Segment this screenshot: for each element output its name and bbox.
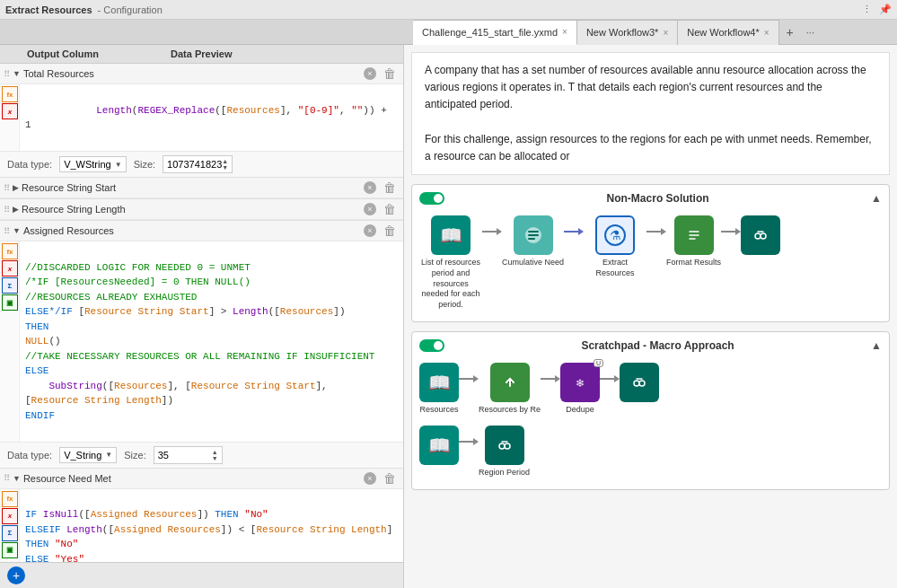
formula-text-assigned[interactable]: //DISCARDED LOGIC FOR NEEDED 0 = UNMET /… [20, 241, 403, 442]
row-name-start: Resource String Start [22, 182, 364, 193]
more-icon[interactable]: ⋮ [862, 4, 872, 15]
icons-col-assigned: fx x Σ ▣ [0, 241, 20, 442]
icon-fx-assigned[interactable]: fx [2, 243, 18, 259]
datatype-select-assigned[interactable]: V_String ▼ [59, 447, 117, 463]
node-label-resources-by: Resources by Re [479, 405, 541, 416]
size-label-total: Size: [134, 159, 155, 170]
datatype-select-total[interactable]: V_WString ▼ [59, 156, 127, 172]
node-icon-extract[interactable]: ⚗ [595, 215, 635, 255]
formula-text-need-met[interactable]: IF IsNull([Assigned Resources]) THEN "No… [20, 489, 403, 563]
clear-total-btn[interactable]: × [364, 67, 376, 80]
tab-workflow4-close[interactable]: × [764, 28, 769, 38]
node-icon-resources-by[interactable] [490, 363, 530, 402]
delete-start-btn[interactable]: 🗑 [380, 180, 400, 195]
expand-start[interactable]: ▶ [13, 183, 19, 192]
workflow-box-1: Non-Macro Solution ▲ 📖 List of resources… [411, 184, 890, 321]
delete-need-met-btn[interactable]: 🗑 [380, 471, 400, 486]
expand-need-met[interactable]: ▼ [13, 474, 21, 483]
tab-challenge-label: Challenge_415_start_file.yxmd [422, 27, 558, 38]
tab-workflow4[interactable]: New Workflow4* × [678, 20, 778, 45]
workflow-title-1: Non-Macro Solution [450, 192, 866, 205]
clear-start-btn[interactable]: × [364, 181, 376, 194]
dedupe-badge: U [594, 359, 603, 367]
expand-assigned[interactable]: ▼ [13, 226, 21, 235]
panel-title: Extract Resources [5, 4, 92, 15]
connector-r1-1-2 [459, 375, 479, 382]
formula-text-total[interactable]: Length(REGEX_Replace([Resources], "[0-9]… [20, 84, 403, 151]
column-headers: Output Column Data Preview [0, 45, 403, 64]
size-up-total[interactable]: ▲ [222, 158, 228, 164]
icons-col-need-met: fx x Σ ▣ [0, 489, 20, 563]
icon-sigma-need-met[interactable]: Σ [2, 525, 18, 541]
tab-workflow3-close[interactable]: × [663, 28, 668, 38]
formula-row-header-assigned: ⠿ ▼ Assigned Resources × 🗑 [0, 221, 403, 241]
size-input-total: 1073741823 ▲ ▼ [163, 155, 233, 173]
formula-row-header-start: ⠿ ▶ Resource String Start × 🗑 [0, 178, 403, 198]
icon-x-assigned[interactable]: x [2, 260, 18, 276]
workflow-toggle-2[interactable] [419, 339, 444, 352]
delete-total-btn[interactable]: 🗑 [380, 66, 400, 81]
delete-length-btn[interactable]: 🗑 [380, 202, 400, 216]
size-up-assigned[interactable]: ▲ [212, 449, 218, 455]
formula-group-need-met: ⠿ ▼ Resource Need Met × 🗑 fx x Σ ▣ IF Is… [0, 469, 403, 563]
tab-challenge[interactable]: Challenge_415_start_file.yxmd × [413, 20, 577, 45]
clear-need-met-btn[interactable]: × [364, 472, 376, 485]
size-value-total[interactable]: 1073741823 [167, 159, 222, 170]
challenge-line2: For this challenge, assign resources to … [425, 131, 876, 165]
drag-handle-length[interactable]: ⠿ [4, 205, 10, 215]
icon-box-assigned[interactable]: ▣ [2, 294, 18, 311]
pin-icon[interactable]: 📌 [879, 4, 892, 15]
node-dedupe: ❄ U Dedupe [560, 363, 600, 416]
icon-fx-total[interactable]: fx [2, 86, 18, 102]
workflow-toggle-1[interactable] [419, 192, 444, 205]
connector-4-5 [721, 228, 741, 235]
node-format-results: Format Results [666, 215, 721, 268]
formula-inner-need-met: fx x Σ ▣ IF IsNull([Assigned Resources])… [0, 489, 403, 563]
workflow-header-1: Non-Macro Solution ▲ [419, 192, 882, 205]
node-icon-resources[interactable]: 📖 [419, 363, 459, 402]
drag-handle-assigned[interactable]: ⠿ [4, 226, 10, 236]
node-cumulative-need: Cumulative Need [502, 215, 564, 268]
node-icon-dedupe[interactable]: ❄ U [560, 363, 600, 402]
drag-handle-total[interactable]: ⠿ [4, 69, 10, 79]
icon-x-need-met[interactable]: x [2, 508, 18, 524]
workflow-collapse-1[interactable]: ▲ [871, 192, 882, 205]
icon-sigma-assigned[interactable]: Σ [2, 277, 18, 294]
node-icon-view-2[interactable] [620, 363, 659, 402]
tab-workflow3[interactable]: New Workflow3* × [577, 20, 678, 45]
formula-group-total-resources: ⠿ ▼ Total Resources × 🗑 fx x Length(REGE… [0, 64, 403, 178]
expand-length[interactable]: ▶ [13, 205, 19, 214]
workflow-collapse-2[interactable]: ▲ [871, 339, 882, 352]
node-icon-cumulative[interactable] [514, 215, 553, 255]
icon-box-need-met[interactable]: ▣ [2, 542, 18, 558]
add-formula-button[interactable]: + [7, 566, 25, 584]
left-panel: Output Column Data Preview ⠿ ▼ Total Res… [0, 45, 404, 588]
size-down-total[interactable]: ▼ [222, 164, 228, 171]
node-resources: 📖 Resources [419, 363, 459, 416]
drag-handle-need-met[interactable]: ⠿ [4, 473, 10, 483]
tab-more-button[interactable]: ··· [801, 27, 820, 38]
drag-handle-start[interactable]: ⠿ [4, 183, 10, 193]
tab-add-button[interactable]: + [779, 25, 801, 39]
top-icons: ⋮ 📌 [862, 4, 892, 15]
clear-assigned-btn[interactable]: × [364, 224, 376, 237]
clear-length-btn[interactable]: × [364, 203, 376, 215]
node-region-period-book: 📖 [419, 426, 459, 465]
node-label-list-resources: List of resources period and resources n… [419, 258, 482, 310]
datatype-row-assigned: Data type: V_String ▼ Size: 35 ▲ ▼ [0, 442, 403, 468]
size-value-assigned[interactable]: 35 [158, 450, 212, 461]
datatype-arrow-total: ▼ [115, 161, 122, 169]
formula-row-header-length: ⠿ ▶ Resource String Length × 🗑 [0, 199, 403, 220]
size-down-assigned[interactable]: ▼ [212, 455, 218, 461]
node-icon-list-resources[interactable]: 📖 [431, 215, 470, 255]
expand-total[interactable]: ▼ [13, 69, 21, 78]
tab-challenge-close[interactable]: × [562, 27, 567, 37]
node-icon-format[interactable] [674, 215, 714, 255]
delete-assigned-btn[interactable]: 🗑 [380, 224, 400, 238]
icon-fx-need-met[interactable]: fx [2, 491, 18, 507]
node-icon-region-period-view[interactable] [485, 426, 524, 465]
icon-x-total[interactable]: x [2, 103, 18, 119]
svg-text:❄: ❄ [576, 377, 585, 390]
node-icon-view-1[interactable] [741, 215, 780, 255]
node-icon-region-period[interactable]: 📖 [419, 426, 459, 465]
